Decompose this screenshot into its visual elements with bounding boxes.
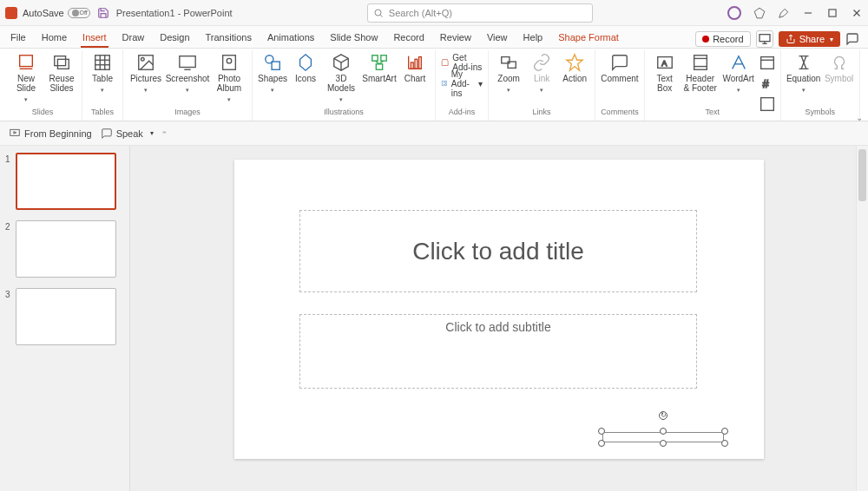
diamond-icon[interactable]: [753, 7, 766, 19]
svg-rect-21: [180, 56, 195, 68]
chart-button[interactable]: Chart: [400, 50, 430, 83]
tab-review[interactable]: Review: [438, 29, 473, 48]
resize-handle-ne[interactable]: [721, 428, 728, 435]
tab-file[interactable]: File: [9, 29, 28, 48]
tab-slideshow[interactable]: Slide Show: [328, 29, 379, 48]
resize-handle-nw[interactable]: [598, 428, 605, 435]
reuse-slides-button[interactable]: Reuse Slides: [47, 50, 76, 93]
resize-handle-sw[interactable]: [598, 440, 605, 447]
link-button[interactable]: Link▾: [527, 50, 556, 95]
svg-rect-36: [411, 62, 413, 69]
speak-button[interactable]: Speak▾: [101, 128, 154, 140]
pen-icon[interactable]: [778, 7, 790, 19]
svg-line-1: [380, 15, 382, 16]
record-button[interactable]: Record: [695, 31, 750, 47]
smartart-button[interactable]: SmartArt: [362, 50, 397, 83]
screenshot-button[interactable]: Screenshot▾: [167, 50, 208, 95]
tab-help[interactable]: Help: [522, 29, 545, 48]
reuse-slides-icon: [52, 53, 71, 72]
icons-button[interactable]: Icons: [291, 50, 320, 83]
slide-canvas-area[interactable]: Click to add title Click to add subtitle: [130, 146, 868, 491]
new-slide-button[interactable]: New Slide▾: [9, 50, 43, 104]
group-tables-label: Tables: [91, 108, 114, 118]
group-tables: Table▾ Tables: [82, 50, 123, 121]
subtitle-placeholder[interactable]: Click to add subtitle: [299, 314, 697, 389]
tab-shapeformat[interactable]: Shape Format: [556, 29, 621, 48]
comment-button[interactable]: Comment: [602, 50, 637, 83]
resize-handle-se[interactable]: [721, 440, 728, 447]
group-slides: New Slide▾ Reuse Slides Slides: [3, 50, 82, 121]
autosave-toggle[interactable]: Off: [68, 8, 90, 18]
resize-handle-n[interactable]: [660, 428, 667, 435]
avatar[interactable]: [727, 6, 741, 20]
selected-shape[interactable]: [602, 432, 724, 442]
symbol-button[interactable]: Symbol: [825, 50, 854, 83]
rotate-handle[interactable]: [659, 411, 667, 420]
object-icon: [758, 95, 777, 114]
group-slides-label: Slides: [32, 108, 54, 118]
svg-rect-51: [760, 98, 773, 111]
tab-record[interactable]: Record: [391, 29, 425, 48]
present-button[interactable]: [756, 30, 773, 48]
svg-rect-26: [272, 62, 279, 69]
link-icon: [532, 53, 551, 72]
screenshot-icon: [178, 53, 197, 72]
app-icon: [5, 7, 17, 19]
symbol-icon: [830, 53, 849, 72]
pictures-button[interactable]: Pictures▾: [128, 50, 163, 95]
comment-icon: [610, 53, 629, 72]
zoom-button[interactable]: Zoom▾: [494, 50, 523, 95]
maximize-icon[interactable]: [826, 7, 838, 19]
group-illustrations: Shapes▾ Icons 3D Models▾ SmartArt Chart …: [253, 50, 436, 121]
vertical-scrollbar[interactable]: [856, 146, 868, 491]
group-media: Video▾ Audio▾ Screen Recording Media: [860, 50, 868, 121]
tab-animations[interactable]: Animations: [266, 29, 316, 48]
slide-thumb-1[interactable]: [16, 153, 116, 210]
qat-overflow-icon[interactable]: ⁼: [162, 129, 167, 138]
slide[interactable]: Click to add title Click to add subtitle: [234, 160, 764, 459]
equation-button[interactable]: Equation▾: [786, 50, 821, 95]
svg-point-0: [375, 10, 381, 16]
title-placeholder[interactable]: Click to add title: [299, 210, 697, 292]
tab-design[interactable]: Design: [158, 29, 191, 48]
wordart-button[interactable]: WordArt▾: [721, 50, 756, 95]
svg-marker-27: [300, 55, 312, 70]
slidenum-icon: #: [758, 74, 777, 93]
3d-models-button[interactable]: 3D Models▾: [324, 50, 358, 104]
minimize-icon[interactable]: [802, 7, 814, 19]
share-button[interactable]: Share▾: [779, 31, 840, 47]
slide-thumb-3[interactable]: [16, 288, 116, 345]
shapes-button[interactable]: Shapes▾: [258, 50, 287, 95]
textbox-button[interactable]: A Text Box: [650, 50, 680, 93]
save-icon[interactable]: [97, 7, 109, 19]
slide-thumb-2[interactable]: [16, 220, 116, 278]
svg-rect-3: [829, 9, 836, 16]
photo-album-icon: [220, 53, 239, 72]
header-footer-button[interactable]: Header & Footer: [683, 50, 718, 93]
table-button[interactable]: Table▾: [88, 50, 117, 95]
scroll-thumb[interactable]: [858, 149, 866, 201]
action-icon: [565, 53, 584, 72]
resize-handle-s[interactable]: [660, 440, 667, 447]
text-more-button[interactable]: #: [760, 50, 775, 114]
tab-view[interactable]: View: [485, 29, 510, 48]
pictures-icon: [136, 53, 155, 72]
video-button[interactable]: Video▾: [865, 50, 868, 95]
tab-home[interactable]: Home: [40, 29, 69, 48]
search-input[interactable]: Search (Alt+Q): [367, 3, 593, 23]
svg-rect-30: [381, 56, 386, 61]
my-addins-button[interactable]: My Add-ins ▾: [441, 75, 483, 92]
action-button[interactable]: Action: [560, 50, 589, 83]
comments-pane-icon[interactable]: [845, 32, 859, 46]
from-beginning-button[interactable]: From Beginning: [9, 128, 92, 140]
tab-insert[interactable]: Insert: [81, 29, 108, 48]
group-images: Pictures▾ Screenshot▾ Photo Album▾ Image…: [123, 50, 253, 121]
tab-draw[interactable]: Draw: [121, 29, 147, 48]
tab-transitions[interactable]: Transitions: [204, 29, 253, 48]
icons-icon: [296, 53, 315, 72]
wordart-icon: [729, 53, 748, 72]
close-icon[interactable]: [851, 7, 863, 19]
svg-rect-29: [372, 56, 378, 61]
group-addins-label: Add-ins: [449, 108, 476, 118]
photo-album-button[interactable]: Photo Album▾: [212, 50, 247, 104]
